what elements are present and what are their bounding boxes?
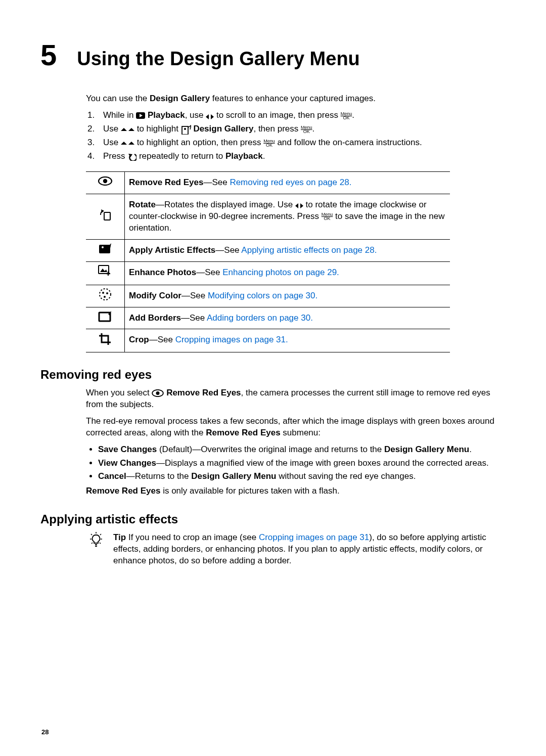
palette-icon xyxy=(98,243,112,254)
playback-icon xyxy=(136,112,145,119)
table-row: Enhance Photos—See Enhancing photos on p… xyxy=(86,261,450,285)
step-1: While in Playback, use to scroll to an i… xyxy=(97,110,506,121)
options-table: Remove Red Eyes—See Removing red eyes on… xyxy=(86,171,450,352)
steps-list: While in Playback, use to scroll to an i… xyxy=(86,110,506,162)
menu-ok-icon: MenuOK xyxy=(301,125,312,134)
redeye-paragraph-3: Remove Red Eyes is only available for pi… xyxy=(86,485,506,497)
redeye-paragraph-1: When you select Remove Red Eyes, the cam… xyxy=(86,387,506,411)
link-enhancing-photos[interactable]: Enhancing photos on page 29. xyxy=(222,268,339,277)
table-row: Remove Red Eyes—See Removing red eyes on… xyxy=(86,171,450,194)
tip-text: Tip If you need to crop an image (see Cr… xyxy=(113,532,506,567)
list-item: View Changes—Displays a magnified view o… xyxy=(98,458,506,469)
menu-ok-icon: MenuOK xyxy=(341,112,352,120)
link-removing-red-eyes[interactable]: Removing red eyes on page 28. xyxy=(230,177,351,187)
step-4: Press repeatedly to return to Playback. xyxy=(97,151,506,162)
step-2: Use to highlight Design Gallery, then pr… xyxy=(97,123,506,135)
enhance-photo-icon xyxy=(98,265,112,278)
table-row: Rotate—Rotates the displayed image. Use … xyxy=(86,194,450,239)
section-heading-removing-red-eyes: Removing red eyes xyxy=(40,367,506,383)
menu-ok-icon: MenuOK xyxy=(263,139,275,147)
menu-ok-icon: MenuOK xyxy=(322,212,333,220)
link-adding-borders[interactable]: Adding borders on page 30. xyxy=(207,313,313,323)
list-item: Save Changes (Default)—Overwrites the or… xyxy=(98,444,506,456)
section-heading-applying-artistic-effects: Applying artistic effects xyxy=(40,511,506,527)
table-row: Crop—See Cropping images on page 31. xyxy=(86,329,450,352)
redeye-submenu-list: Save Changes (Default)—Overwrites the or… xyxy=(86,444,506,483)
up-down-arrows-icon xyxy=(121,141,134,146)
list-item: Cancel—Returns to the Design Gallery Men… xyxy=(98,471,506,482)
table-row: Add Borders—See Adding borders on page 3… xyxy=(86,307,450,329)
up-down-arrows-icon xyxy=(121,127,134,132)
tip-lightbulb-icon xyxy=(89,532,103,548)
link-cropping-images[interactable]: Cropping images on page 31. xyxy=(175,335,288,344)
link-applying-artistic-effects[interactable]: Applying artistic effects on page 28. xyxy=(241,245,377,255)
rotate-icon xyxy=(99,208,112,221)
step-3: Use to highlight an option, then press M… xyxy=(97,137,506,149)
link-modifying-colors[interactable]: Modifying colors on page 30. xyxy=(208,291,317,300)
eye-icon xyxy=(98,176,112,186)
modify-color-icon xyxy=(98,288,112,300)
table-row: Apply Artistic Effects—See Applying arti… xyxy=(86,239,450,261)
table-row: Modify Color—See Modifying colors on pag… xyxy=(86,285,450,307)
back-arrow-icon xyxy=(127,153,136,161)
left-right-arrows-icon xyxy=(206,111,214,120)
design-gallery-icon xyxy=(181,124,191,135)
chapter-title: Using the Design Gallery Menu xyxy=(77,46,360,72)
link-cropping-images-tip[interactable]: Cropping images on page 31 xyxy=(259,532,369,542)
add-borders-icon xyxy=(98,311,112,322)
redeye-paragraph-2: The red-eye removal process takes a few … xyxy=(86,416,506,439)
chapter-heading: 5 Using the Design Gallery Menu xyxy=(40,35,506,75)
chapter-number: 5 xyxy=(40,35,57,75)
tip-block: Tip If you need to crop an image (see Cr… xyxy=(86,532,506,567)
eye-icon xyxy=(152,389,164,397)
left-right-arrows-icon xyxy=(295,200,303,209)
crop-icon xyxy=(98,332,112,345)
intro-paragraph: You can use the Design Gallery features … xyxy=(86,93,506,105)
